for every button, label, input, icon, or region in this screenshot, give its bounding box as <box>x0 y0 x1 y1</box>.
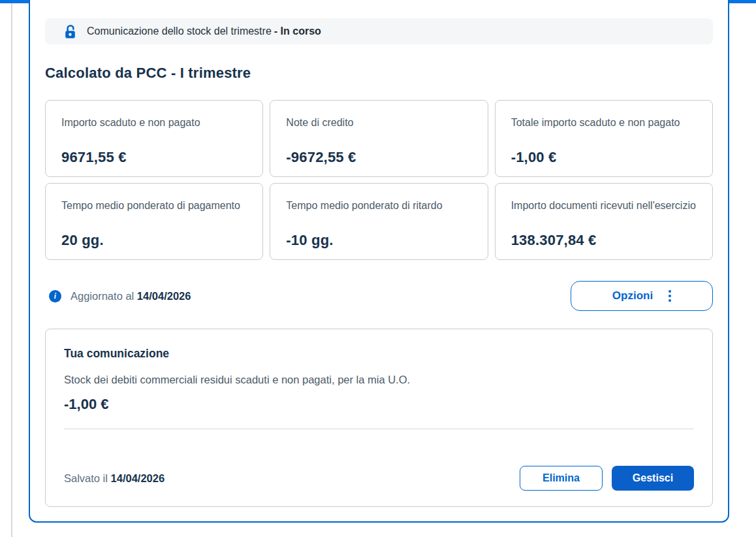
stat-value: 138.307,84 € <box>511 232 697 249</box>
stat-label: Tempo medio ponderato di ritardo <box>286 197 471 214</box>
status-banner-title: Comunicazione dello stock del trimestre <box>87 25 272 37</box>
updated-at-date: 14/04/2026 <box>137 290 191 302</box>
footer-actions: Elimina Gestisci <box>520 466 694 491</box>
communication-card: Tua comunicazione Stock dei debiti comme… <box>45 329 713 507</box>
updated-at-text: Aggiornato al 14/04/2026 <box>71 290 191 302</box>
stat-value: 9671,55 € <box>61 149 247 166</box>
stat-label: Totale importo scaduto e non pagato <box>511 114 697 131</box>
stat-label: Importo documenti ricevuti nell'esercizi… <box>511 197 697 214</box>
stat-value: -1,00 € <box>511 149 697 166</box>
updated-at: i Aggiornato al 14/04/2026 <box>45 290 191 302</box>
kebab-menu-icon <box>669 290 671 302</box>
saved-at-date: 14/04/2026 <box>111 472 165 484</box>
options-button-label: Opzioni <box>612 289 653 302</box>
card-divider <box>64 429 694 429</box>
stat-card-importo-scaduto: Importo scaduto e non pagato 9671,55 € <box>45 100 263 177</box>
info-icon[interactable]: i <box>49 290 61 302</box>
unlock-icon <box>63 24 78 39</box>
saved-at-label: Salvato il <box>64 472 108 484</box>
updated-at-label: Aggiornato al <box>71 290 134 302</box>
page-title: Calcolato da PCC - I trimestre <box>45 65 713 82</box>
saved-at: Salvato il 14/04/2026 <box>64 472 165 485</box>
stat-card-tempo-ritardo: Tempo medio ponderato di ritardo -10 gg. <box>270 183 488 260</box>
update-row: i Aggiornato al 14/04/2026 Opzioni <box>45 281 713 311</box>
stat-label: Note di credito <box>286 114 471 131</box>
communication-title: Tua comunicazione <box>64 347 694 361</box>
left-divider-line <box>11 3 12 537</box>
stat-value: -10 gg. <box>286 232 471 249</box>
stat-card-tempo-pagamento: Tempo medio ponderato di pagamento 20 gg… <box>45 183 263 260</box>
delete-button[interactable]: Elimina <box>520 466 603 491</box>
stat-card-note-credito: Note di credito -9672,55 € <box>270 100 488 177</box>
options-button[interactable]: Opzioni <box>571 281 713 311</box>
stat-value: 20 gg. <box>61 232 247 249</box>
communication-footer: Salvato il 14/04/2026 Elimina Gestisci <box>64 466 694 491</box>
stat-card-importo-documenti: Importo documenti ricevuti nell'esercizi… <box>495 183 713 260</box>
communication-value: -1,00 € <box>64 396 694 413</box>
status-banner: Comunicazione dello stock del trimestre-… <box>45 18 713 44</box>
stat-label: Importo scaduto e non pagato <box>61 114 247 131</box>
quarter-panel: Comunicazione dello stock del trimestre-… <box>29 0 729 523</box>
status-banner-text: Comunicazione dello stock del trimestre-… <box>87 25 321 37</box>
status-badge: - In corso <box>274 25 321 37</box>
stat-card-totale-scaduto: Totale importo scaduto e non pagato -1,0… <box>495 100 713 177</box>
stat-label: Tempo medio ponderato di pagamento <box>61 197 247 214</box>
stat-value: -9672,55 € <box>286 149 471 166</box>
manage-button[interactable]: Gestisci <box>612 466 694 491</box>
communication-description: Stock dei debiti commerciali residui sca… <box>64 374 694 386</box>
quarter-stock-page: Comunicazione dello stock del trimestre-… <box>0 0 756 537</box>
summary-cards-grid: Importo scaduto e non pagato 9671,55 € N… <box>45 100 713 260</box>
